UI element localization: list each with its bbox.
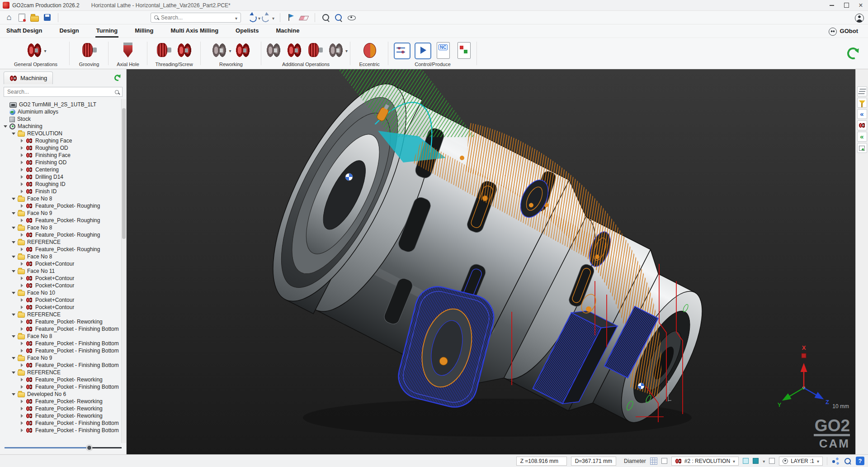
- screw-icon[interactable]: [175, 41, 194, 60]
- grooving-icon[interactable]: [80, 41, 99, 60]
- tree-item[interactable]: Face No 9: [0, 210, 120, 217]
- tree-item[interactable]: REVOLUTION: [0, 130, 120, 137]
- tree-item[interactable]: Pocket+Contour: [0, 304, 120, 311]
- menu-item[interactable]: [129, 11, 143, 24]
- tree-item[interactable]: Feature_Pocket - Finishing Bottom: [0, 347, 120, 354]
- post-processor-icon[interactable]: [454, 41, 473, 60]
- ribbon-tab[interactable]: Turning: [95, 24, 118, 38]
- tree-expander-icon[interactable]: [19, 145, 24, 151]
- tree-item[interactable]: Drilling D14: [0, 173, 120, 181]
- tree-scrollbar[interactable]: [121, 99, 126, 443]
- simulation-icon[interactable]: [392, 41, 411, 60]
- maximize-button[interactable]: [839, 0, 854, 11]
- scrollbar-thumb[interactable]: [122, 108, 126, 239]
- tree-item[interactable]: Face No 9: [0, 354, 120, 362]
- tree-item[interactable]: Roughing ID: [0, 181, 120, 188]
- tree-item[interactable]: Face No 8: [0, 195, 120, 202]
- tree-expander-icon[interactable]: [19, 319, 24, 324]
- tree-search[interactable]: [4, 87, 123, 97]
- color-caret-icon[interactable]: [763, 458, 765, 464]
- tree-item[interactable]: Feature_Pocket - Finishing Bottom: [0, 427, 120, 434]
- step-forward-icon[interactable]: [857, 132, 867, 142]
- ribbon-tab[interactable]: Milling: [134, 24, 154, 38]
- viewport-canvas[interactable]: X Y Z 10 mm GO2 CAM: [127, 69, 855, 454]
- slider-thumb[interactable]: [86, 445, 92, 451]
- dropdown-caret-icon[interactable]: [229, 46, 231, 54]
- tree-item[interactable]: Finish ID: [0, 188, 120, 195]
- step-back-icon[interactable]: [857, 109, 867, 119]
- tree-expander-icon[interactable]: [11, 268, 16, 274]
- machine-export-icon[interactable]: [857, 143, 867, 153]
- tree-expander-icon[interactable]: [11, 370, 16, 375]
- tree-expander-icon[interactable]: [19, 160, 24, 165]
- tree-item[interactable]: Pocket+Contour: [0, 260, 120, 267]
- redo-icon[interactable]: [262, 14, 270, 21]
- zoom-selection-icon[interactable]: [333, 12, 344, 23]
- tree-expander-icon[interactable]: [19, 276, 24, 281]
- tree-expander-icon[interactable]: [19, 406, 24, 411]
- additional-op-4-icon[interactable]: [326, 41, 348, 60]
- menu-item[interactable]: [64, 11, 78, 24]
- tree-expander-icon[interactable]: [19, 326, 24, 332]
- tree-item[interactable]: REFERENCE: [0, 311, 120, 318]
- tree-item[interactable]: Machining: [0, 123, 120, 130]
- minimize-button[interactable]: [825, 0, 839, 11]
- tree-item[interactable]: Face No 8: [0, 253, 120, 260]
- ribbon-tab[interactable]: Machine: [275, 24, 300, 38]
- flag-icon[interactable]: [286, 12, 297, 23]
- tree-item[interactable]: Face No 10: [0, 289, 120, 296]
- tree-expander-icon[interactable]: [19, 189, 24, 194]
- tree-expander-icon[interactable]: [19, 261, 24, 267]
- tree-expander-icon[interactable]: [19, 428, 24, 433]
- tree-item[interactable]: Feature_Pocket - Finishing Bottom: [0, 419, 120, 427]
- chevron-down-icon[interactable]: [235, 14, 237, 22]
- panel-refresh-button[interactable]: [114, 75, 121, 81]
- tree-expander-icon[interactable]: [19, 413, 24, 419]
- tree-expander-icon[interactable]: [19, 247, 24, 252]
- tree-item[interactable]: Face No 8: [0, 333, 120, 340]
- reworking-alt-icon[interactable]: [233, 41, 252, 60]
- new-document-icon[interactable]: [16, 12, 27, 23]
- tree-item[interactable]: Pocket+Contour: [0, 282, 120, 289]
- tree-item[interactable]: Roughing OD: [0, 144, 120, 152]
- dropdown-caret-icon[interactable]: [44, 46, 46, 54]
- tree-item[interactable]: Pocket+Contour: [0, 275, 120, 282]
- visibility-eye-icon[interactable]: [346, 12, 357, 23]
- menu-item[interactable]: [80, 11, 94, 24]
- statusbar-checkbox[interactable]: [661, 458, 667, 464]
- tree-item[interactable]: Finishing Face: [0, 152, 120, 159]
- tree-expander-icon[interactable]: [19, 138, 24, 143]
- tree-expander-icon[interactable]: [19, 174, 24, 180]
- ribbon-tab[interactable]: Opelists: [235, 24, 259, 38]
- tree-item[interactable]: Feature_Pocket- Roughing: [0, 202, 120, 210]
- tree-expander-icon[interactable]: [19, 399, 24, 404]
- tree-expander-icon[interactable]: [19, 305, 24, 310]
- filter-icon[interactable]: [857, 98, 867, 108]
- tree-item[interactable]: Feature_Pocket- Roughing: [0, 231, 120, 238]
- ribbon-tab[interactable]: Design: [58, 24, 80, 38]
- tree-expander-icon[interactable]: [19, 283, 24, 288]
- tool-display-icon[interactable]: [857, 120, 867, 130]
- color-swatch-teal[interactable]: [753, 458, 759, 464]
- regenerate-button[interactable]: [847, 48, 859, 59]
- eraser-icon[interactable]: [298, 12, 309, 23]
- tree-item[interactable]: Feature_Pocket - Finishing Bottom: [0, 362, 120, 369]
- close-button[interactable]: [854, 0, 868, 11]
- tree-item[interactable]: Feature_Pocket - Finishing Bottom: [0, 325, 120, 333]
- tree-item[interactable]: Feature_Pocket - Finishing Bottom: [0, 340, 120, 347]
- home-icon[interactable]: [4, 12, 14, 23]
- tree-item[interactable]: Centering: [0, 166, 120, 173]
- produce-icon[interactable]: [413, 41, 432, 60]
- tree-expander-icon[interactable]: [19, 203, 24, 209]
- tree-expander-icon[interactable]: [11, 312, 16, 317]
- layer-select[interactable]: LAYER :1: [779, 457, 823, 466]
- tree-expander-icon[interactable]: [19, 384, 24, 390]
- zoom-in-icon[interactable]: [321, 12, 331, 23]
- zoom-window-icon[interactable]: [844, 457, 852, 465]
- save-icon[interactable]: [42, 12, 52, 23]
- global-search[interactable]: [151, 13, 241, 23]
- tree-expander-icon[interactable]: [11, 391, 16, 397]
- tree-item[interactable]: Aluminium alloys: [0, 108, 120, 115]
- tab-machining[interactable]: Machining: [4, 71, 53, 84]
- tree-expander-icon[interactable]: [19, 167, 24, 172]
